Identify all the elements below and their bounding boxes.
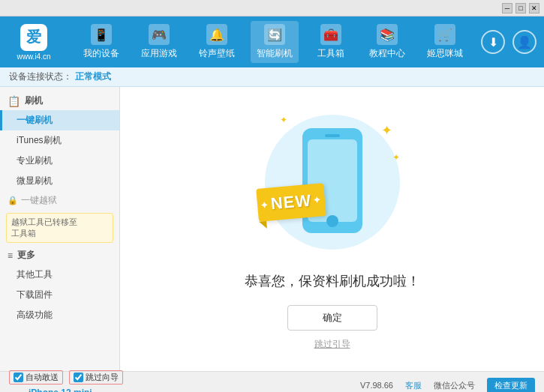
sidebar-item-weixian[interactable]: 微显刷机 <box>0 171 119 191</box>
update-button[interactable]: 检查更新 <box>487 378 535 393</box>
bottom-left-section: 自动敢送 跳过向导 📱 iPhone 12 mini 64GB Down-12m… <box>9 370 123 392</box>
logo-text: www.i4.cn <box>17 52 50 61</box>
sparkle-2: ✦ <box>392 152 400 163</box>
content-area: ✦ ✦ ✦ ✦ NEW ✦ 恭喜您，保资料刷机成功啦！ 确定 跳过引导 <box>120 87 544 371</box>
maximize-btn[interactable]: □ <box>515 3 526 13</box>
nav-my-device-label: 我的设备 <box>83 47 119 60</box>
bottom-right-section: V7.98.66 客服 微信公众号 检查更新 阻止iTunes运行 <box>360 378 535 393</box>
sidebar-section-flash: 📋 刷机 <box>0 91 119 110</box>
nav-ringtones[interactable]: 🔔 铃声壁纸 <box>193 21 241 63</box>
sidebar-more-section: 更多 <box>0 246 119 265</box>
top-nav: 爱 www.i4.cn 📱 我的设备 🎮 应用游戏 🔔 铃声壁纸 🔄 智能刷机 … <box>0 16 544 67</box>
nav-tools[interactable]: 🧰 工具箱 <box>308 21 353 63</box>
window-controls[interactable]: ─ □ ✕ <box>502 3 539 13</box>
nav-apps-games[interactable]: 🎮 应用游戏 <box>135 21 183 63</box>
other-tools-label: 其他工具 <box>17 269 53 280</box>
download-fw-label: 下载固件 <box>17 289 53 300</box>
my-device-icon: 📱 <box>91 24 112 45</box>
pro-label: 专业刷机 <box>17 155 53 166</box>
more-label: 更多 <box>17 249 35 262</box>
nav-store-label: 姬思咪城 <box>427 47 463 60</box>
status-value: 正常模式 <box>75 70 111 83</box>
status-label: 设备连接状态： <box>9 70 72 83</box>
nav-tutorials[interactable]: 📚 教程中心 <box>363 21 411 63</box>
bottom-status-row: V7.98.66 客服 微信公众号 检查更新 <box>360 378 535 393</box>
sidebar-item-jailbreak: 🔒 一键越狱 <box>0 191 119 210</box>
nav-ringtones-label: 铃声壁纸 <box>199 47 235 60</box>
nav-my-device[interactable]: 📱 我的设备 <box>77 21 125 63</box>
device-details: iPhone 12 mini 64GB Down-12mini-13,1 <box>29 388 92 392</box>
store-icon: 🛒 <box>434 24 455 45</box>
nav-tutorials-label: 教程中心 <box>369 47 405 60</box>
confirm-button[interactable]: 确定 <box>287 305 377 331</box>
lock-icon: 🔒 <box>8 196 18 205</box>
flash-section-label: 刷机 <box>25 94 43 107</box>
sparkle-1: ✦ <box>381 122 392 139</box>
nav-store[interactable]: 🛒 姬思咪城 <box>421 21 469 63</box>
sparkle-3: ✦ <box>280 115 287 125</box>
skip-wizard-label: 跳过向导 <box>86 372 119 383</box>
nav-items: 📱 我的设备 🎮 应用游戏 🔔 铃声壁纸 🔄 智能刷机 🧰 工具箱 📚 教程中心… <box>72 21 473 63</box>
success-illustration: ✦ ✦ ✦ ✦ NEW ✦ <box>257 107 407 257</box>
logo-area: 爱 www.i4.cn <box>8 24 60 61</box>
title-bar: ─ □ ✕ <box>0 0 544 16</box>
wechat-text: 微信公众号 <box>434 380 475 391</box>
sidebar-item-advanced[interactable]: 高级功能 <box>0 305 119 325</box>
device-info-row: 📱 iPhone 12 mini 64GB Down-12mini-13,1 <box>9 388 123 392</box>
sidebar-item-pro[interactable]: 专业刷机 <box>0 151 119 171</box>
tools-icon: 🧰 <box>320 24 341 45</box>
new-ribbon: ✦ NEW ✦ <box>257 186 332 227</box>
close-btn[interactable]: ✕ <box>529 3 539 13</box>
skip-wizard-input[interactable] <box>74 373 83 382</box>
profile-btn[interactable]: 👤 <box>512 30 536 54</box>
sidebar-item-itunes[interactable]: iTunes刷机 <box>0 130 119 151</box>
sidebar-warning: 越狱工具已转移至工具箱 <box>6 213 113 243</box>
warning-text: 越狱工具已转移至工具箱 <box>11 217 77 238</box>
device-name: iPhone 12 mini <box>29 388 92 392</box>
nav-smart-flash[interactable]: 🔄 智能刷机 <box>251 21 299 63</box>
success-text: 恭喜您，保资料刷机成功啦！ <box>245 272 420 290</box>
ribbon-text: NEW <box>269 191 311 214</box>
sidebar-item-onekey[interactable]: 一键刷机 <box>0 110 119 130</box>
advanced-label: 高级功能 <box>17 310 53 320</box>
flash-section-icon: 📋 <box>8 95 20 107</box>
status-bar: 设备连接状态： 正常模式 <box>0 67 544 87</box>
weixian-label: 微显刷机 <box>17 175 53 186</box>
auto-send-label: 自动敢送 <box>26 372 59 383</box>
onekey-label: 一键刷机 <box>17 115 53 125</box>
sidebar-item-other-tools[interactable]: 其他工具 <box>0 265 119 285</box>
auto-send-input[interactable] <box>14 373 23 382</box>
smart-flash-icon: 🔄 <box>264 24 285 45</box>
ringtones-icon: 🔔 <box>206 24 227 45</box>
jailbreak-label: 一键越狱 <box>21 194 57 207</box>
checkboxes-row: 自动敢送 跳过向导 <box>9 370 123 385</box>
nav-tools-label: 工具箱 <box>317 47 344 60</box>
download-btn[interactable]: ⬇ <box>481 30 505 54</box>
support-link[interactable]: 客服 <box>405 380 422 391</box>
apps-games-icon: 🎮 <box>149 24 170 45</box>
sidebar-item-download-fw[interactable]: 下载固件 <box>0 285 119 305</box>
ribbon-shape: ✦ NEW ✦ <box>256 183 326 222</box>
logo-icon: 爱 <box>20 24 47 51</box>
skip-wizard-checkbox[interactable]: 跳过向导 <box>69 370 123 385</box>
main-layout: 📋 刷机 一键刷机 iTunes刷机 专业刷机 微显刷机 🔒 一键越狱 越狱工具… <box>0 87 544 371</box>
phone-top-speaker <box>325 134 340 137</box>
nav-right-buttons: ⬇ 👤 <box>481 30 536 54</box>
sidebar: 📋 刷机 一键刷机 iTunes刷机 专业刷机 微显刷机 🔒 一键越狱 越狱工具… <box>0 87 120 371</box>
minimize-btn[interactable]: ─ <box>502 3 512 13</box>
auto-send-checkbox[interactable]: 自动敢送 <box>9 370 63 385</box>
ribbon-star-right: ✦ <box>312 193 322 206</box>
skip-link[interactable]: 跳过引导 <box>314 338 350 351</box>
itunes-label: iTunes刷机 <box>17 135 62 145</box>
version-text: V7.98.66 <box>360 381 393 390</box>
ribbon-star-left: ✦ <box>260 199 269 211</box>
nav-smart-flash-label: 智能刷机 <box>257 47 293 60</box>
bottom-bar: 自动敢送 跳过向导 📱 iPhone 12 mini 64GB Down-12m… <box>0 371 544 392</box>
nav-apps-games-label: 应用游戏 <box>141 47 177 60</box>
tutorials-icon: 📚 <box>377 24 398 45</box>
